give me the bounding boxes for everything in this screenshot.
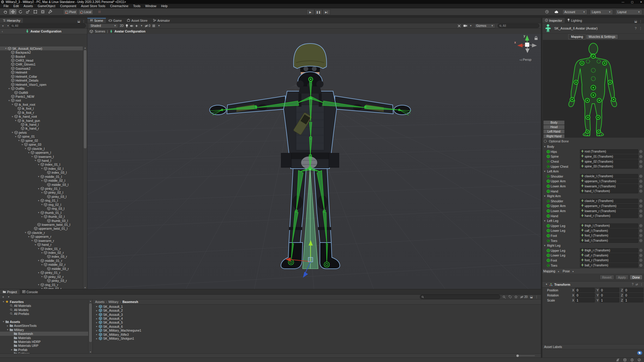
create-add-button[interactable]: ＋ xyxy=(1,24,4,28)
move-tool-button[interactable] xyxy=(9,9,16,14)
bone-object-field[interactable]: lowerarm_r (Transform) xyxy=(580,209,638,213)
compile-status-icon[interactable] xyxy=(637,358,641,362)
object-picker-icon[interactable] xyxy=(639,234,643,237)
help-icon[interactable]: ? xyxy=(632,283,634,286)
hierarchy-node[interactable]: index_03_r xyxy=(0,255,83,259)
breadcrumb-scenes[interactable]: Scenes xyxy=(95,29,105,33)
hierarchy-node[interactable]: ring_03_l xyxy=(0,207,83,211)
menu-window[interactable]: Window xyxy=(143,4,159,8)
hierarchy-node[interactable]: ▾index_02_r xyxy=(0,251,83,254)
pause-button[interactable]: ❚❚ xyxy=(315,9,322,15)
hierarchy-node[interactable]: Backpack2 xyxy=(0,50,83,54)
hierarchy-node[interactable]: Pants1_NEW xyxy=(0,94,83,98)
hierarchy-node[interactable]: ▾clavicle_l xyxy=(0,147,83,150)
project-tree-item[interactable]: All Prefabs xyxy=(0,312,88,316)
bone-object-field[interactable]: spine_03 (Transform) xyxy=(580,164,638,169)
hierarchy-node[interactable]: ▾pelvis xyxy=(0,130,83,134)
hierarchy-node[interactable]: ▾pinky_01_r xyxy=(0,271,83,275)
hierarchy-node[interactable]: ik_foot_l xyxy=(0,107,83,111)
asset-item[interactable]: ▸SK_Military_Rifle3 xyxy=(93,333,541,336)
foldout-icon[interactable]: ▾ xyxy=(30,155,34,158)
project-tree-item[interactable]: Materials HDRP xyxy=(0,340,88,344)
bone-object-field[interactable]: spine_01 (Transform) xyxy=(580,154,638,159)
rotation-y-field[interactable]: 0 xyxy=(600,293,619,297)
bone-object-field[interactable]: hand_r (Transform) xyxy=(580,214,638,218)
scene-tools-icon[interactable] xyxy=(457,24,461,28)
foldout-icon[interactable]: ▾ xyxy=(40,191,44,194)
part-button-head[interactable]: Head xyxy=(543,125,565,129)
hierarchy-node[interactable]: ▾middle_01_l xyxy=(0,175,83,178)
scale-x-field[interactable]: 1 xyxy=(575,298,595,302)
hierarchy-node[interactable]: lowerarm_twist_01_l xyxy=(0,223,83,226)
hierarchy-node[interactable]: ▾lowerarm_r xyxy=(0,239,83,243)
foldout-icon[interactable]: ▾ xyxy=(37,187,40,190)
project-tree-item[interactable]: ▸AssetStoreTools xyxy=(0,324,88,328)
bone-object-field[interactable]: thigh_r (Transform) xyxy=(580,248,638,253)
hierarchy-node[interactable]: middle_03_r xyxy=(0,267,83,271)
foldout-icon[interactable]: ▾ xyxy=(40,179,44,182)
foldout-icon[interactable]: ▸ xyxy=(95,313,98,316)
project-tree-item[interactable]: ▾Assets xyxy=(0,320,88,324)
object-picker-icon[interactable] xyxy=(639,189,643,193)
cache-server-icon[interactable] xyxy=(623,358,627,362)
mode-tab-mapping[interactable]: Mapping xyxy=(568,34,586,39)
foldout-icon[interactable]: ▾ xyxy=(40,203,44,206)
foldout-icon[interactable]: ▾ xyxy=(30,239,34,242)
menu-asset-store-tools[interactable]: Asset Store Tools xyxy=(79,4,108,8)
foldout-icon[interactable]: ▾ xyxy=(14,135,17,138)
2d-toggle[interactable]: 2D xyxy=(120,24,124,27)
hierarchy-node[interactable]: ▾ik_hand_gun xyxy=(0,119,83,122)
bone-object-field[interactable]: foot_l (Transform) xyxy=(580,233,638,238)
tab-console[interactable]: Console xyxy=(20,289,41,294)
scene-grid-dropdown[interactable]: ▼ xyxy=(152,24,160,27)
foldout-icon[interactable]: ▾ xyxy=(37,259,40,262)
object-picker-icon[interactable] xyxy=(639,264,643,267)
grid-snap-button[interactable] xyxy=(96,9,103,14)
project-search-input[interactable] xyxy=(420,295,500,299)
asset-label-tag-icon[interactable] xyxy=(637,351,642,355)
object-picker-icon[interactable] xyxy=(639,229,643,232)
object-picker-icon[interactable] xyxy=(639,259,643,262)
project-tree-scrollbar[interactable]: ▲ ▼ xyxy=(88,300,92,353)
favorite-search-icon[interactable] xyxy=(514,295,518,299)
create-caret-icon[interactable]: ▾ xyxy=(8,296,9,298)
rotate-tool-button[interactable] xyxy=(17,9,24,14)
menu-edit[interactable]: Edit xyxy=(11,4,21,8)
asset-item[interactable]: ▸SK_Assault_3 xyxy=(93,313,541,316)
foldout-icon[interactable]: ▾ xyxy=(2,320,5,323)
panel-menu-icon[interactable]: ⋮ xyxy=(535,295,538,299)
account-dropdown[interactable]: Account▼ xyxy=(562,9,587,15)
mapping-menu[interactable]: Mapping ▾ xyxy=(543,269,559,273)
menu-file[interactable]: File xyxy=(1,4,11,8)
context-menu-icon[interactable]: ⋮ xyxy=(639,27,642,30)
bone-section-header[interactable]: ▼Right Leg xyxy=(542,243,644,248)
foldout-icon[interactable]: ▾ xyxy=(37,199,40,202)
hierarchy-node[interactable]: ▾middle_02_l xyxy=(0,178,83,182)
asset-item[interactable]: ▸SK_Assault_2 xyxy=(93,308,541,312)
menu-tools[interactable]: Tools xyxy=(131,4,143,8)
hierarchy-node[interactable]: ▾index_01_l xyxy=(0,163,83,167)
menu-assets[interactable]: Assets xyxy=(21,4,35,8)
project-tree-item[interactable]: Materials URP xyxy=(0,344,88,348)
hierarchy-node[interactable]: Helmet4_Collar xyxy=(0,74,83,78)
hierarchy-node[interactable]: ik_hand_r xyxy=(0,127,83,130)
foldout-icon[interactable]: ▸ xyxy=(95,329,98,332)
hierarchy-node[interactable]: Helmet4_Details xyxy=(0,79,83,83)
foldout-icon[interactable]: ▾ xyxy=(34,243,37,246)
foldout-icon[interactable]: ▾ xyxy=(40,251,44,254)
layout-dropdown[interactable]: Layout▼ xyxy=(615,9,642,15)
bone-section-header[interactable]: ▼Body xyxy=(542,144,644,149)
object-picker-icon[interactable] xyxy=(639,185,643,188)
bone-section-header[interactable]: ▼Left Leg xyxy=(542,218,644,223)
create-caret-icon[interactable]: ▾ xyxy=(7,24,9,27)
foldout-icon[interactable]: ▾ xyxy=(40,167,44,170)
hierarchy-node[interactable]: CHR3_Head xyxy=(0,58,83,62)
foldout-icon[interactable]: ▾ xyxy=(37,271,40,274)
hierarchy-node[interactable]: ▾spine_01 xyxy=(0,135,83,139)
hierarchy-search-input[interactable]: All xyxy=(10,24,86,28)
bone-object-field[interactable]: clavicle_r (Transform) xyxy=(580,199,638,203)
bone-object-field[interactable]: upperarm_r (Transform) xyxy=(580,204,638,208)
custom-tool-button[interactable] xyxy=(47,9,54,14)
object-picker-icon[interactable] xyxy=(639,175,643,178)
pose-menu[interactable]: Pose ▾ xyxy=(563,269,574,273)
